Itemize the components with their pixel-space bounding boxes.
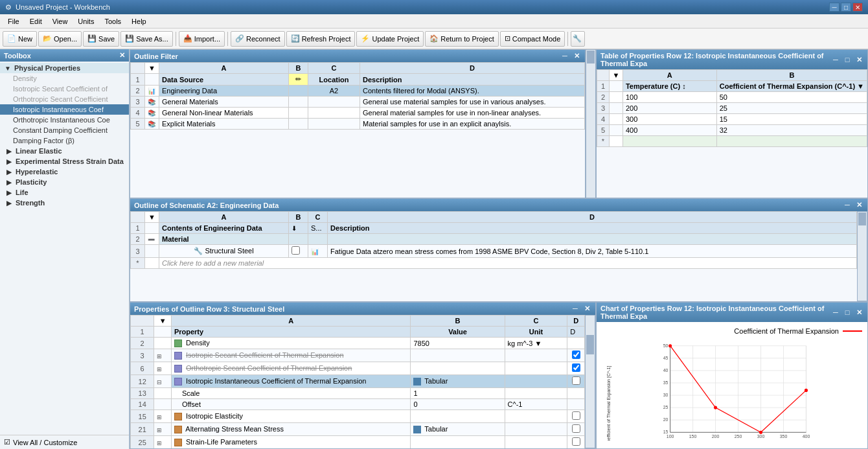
tree-orthotropic-instantaneous[interactable]: Orthotropic Instantaneous Coe [0, 115, 129, 125]
explicit-materials-cell[interactable]: Explicit Materials [159, 119, 289, 130]
iso-secant-value[interactable] [411, 349, 505, 362]
tree-density[interactable]: Density [0, 73, 129, 84]
col-arrow[interactable]: ▼ [145, 63, 159, 74]
menu-view[interactable]: View [47, 16, 73, 27]
gen-nonlinear-cell[interactable]: General Non-linear Materials [159, 108, 289, 119]
row-indicator: ⊞ [154, 362, 172, 375]
table-properties-header: Table of Properties Row 12: Isotropic In… [597, 50, 867, 69]
menu-tools[interactable]: Tools [99, 16, 126, 27]
coeff-header[interactable]: Coefficient of Thermal Expansion (C^-1) … [716, 81, 867, 92]
menu-file[interactable]: File [3, 16, 25, 27]
reconnect-button[interactable]: 🔗 Reconnect [231, 31, 285, 47]
table-properties-minimize[interactable]: ─ [831, 56, 840, 64]
temp-header[interactable]: Temperature (C) ↕ [622, 81, 716, 92]
coeff-15[interactable]: 15 [716, 114, 867, 125]
import-button[interactable]: 📥 Import... [179, 31, 225, 47]
refresh-button[interactable]: 🔄 Refresh Project [286, 31, 356, 47]
properties-close[interactable]: ✕ [582, 305, 591, 313]
engineering-data-cell[interactable]: Engineering Data [159, 86, 289, 97]
maximize-button[interactable]: □ [841, 3, 851, 12]
chart-body: Coefficient of Thermal Expansion Coeffic… [597, 322, 867, 448]
new-row-b[interactable] [716, 136, 867, 147]
properties-minimize[interactable]: ─ [571, 305, 580, 313]
coeff-32[interactable]: 32 [716, 125, 867, 136]
toolbox-close-icon[interactable]: ✕ [119, 51, 125, 60]
iso-secant-check[interactable] [572, 351, 580, 359]
strain-life-value[interactable] [411, 436, 505, 448]
save-button[interactable]: 💾 Save [83, 31, 119, 47]
close-button[interactable]: ✕ [852, 3, 863, 12]
new-button[interactable]: 📄 New [3, 31, 37, 47]
schematic-scrollbar[interactable] [857, 211, 867, 301]
prop-scrollbar-thumb[interactable] [586, 335, 594, 354]
outline-filter-close[interactable]: ✕ [572, 52, 581, 60]
outline-schematic-minimize[interactable]: ─ [843, 201, 852, 209]
outline-filter-minimize[interactable]: ─ [560, 52, 569, 60]
col-arrow[interactable]: ▼ [145, 212, 159, 223]
col-a-header[interactable]: A [159, 63, 289, 74]
menu-units[interactable]: Units [73, 16, 99, 27]
row3-check-b[interactable] [291, 246, 300, 255]
temp-100[interactable]: 100 [622, 92, 716, 103]
menu-edit[interactable]: Edit [25, 16, 47, 27]
temp-300[interactable]: 300 [622, 114, 716, 125]
offset-value[interactable]: 0 [411, 399, 505, 410]
iso-inst-value[interactable]: Tabular [411, 375, 505, 388]
toolbox-footer[interactable]: ☑ View All / Customize [0, 435, 129, 449]
coeff-50[interactable]: 50 [716, 92, 867, 103]
tree-experimental-stress[interactable]: ▶ Experimental Stress Strain Data [0, 156, 129, 167]
tree-orthotropic-secant[interactable]: Orthotropic Secant Coefficient [0, 94, 129, 104]
tree-linear-elastic[interactable]: ▶ Linear Elastic [0, 146, 129, 156]
compact-button[interactable]: ⊡ Compact Mode [500, 31, 565, 47]
chart-minimize[interactable]: ─ [831, 308, 840, 317]
alt-stress-value[interactable]: Tabular [411, 423, 505, 436]
tree-damping-factor[interactable]: Damping Factor (β) [0, 135, 129, 146]
strain-life-icon [174, 439, 182, 446]
contents-header[interactable]: Contents of Engineering Data [159, 223, 289, 234]
density-value[interactable]: 7850 [411, 338, 505, 349]
chart-close[interactable]: ✕ [854, 308, 863, 317]
alt-stress-check[interactable] [572, 424, 580, 433]
save-as-button[interactable]: 💾 Save As... [120, 31, 173, 47]
open-button[interactable]: 📂 Open... [38, 31, 82, 47]
tree-life[interactable]: ▶ Life [0, 187, 129, 198]
iso-elasticity-check[interactable] [572, 411, 580, 420]
table-properties-close[interactable]: ✕ [854, 56, 863, 64]
strain-life-check[interactable] [572, 437, 580, 446]
ortho-secant-value[interactable] [411, 362, 505, 375]
scrollbar-thumb[interactable] [587, 51, 595, 63]
strength-expand: ▶ [5, 199, 13, 207]
temp-200[interactable]: 200 [622, 103, 716, 114]
ortho-secant-check[interactable] [572, 363, 580, 372]
coeff-25[interactable]: 25 [716, 103, 867, 114]
add-material-cell[interactable]: Click here to add a new material [159, 258, 857, 269]
density-unit[interactable]: kg m^-3 ▼ [505, 338, 567, 349]
properties-scrollbar[interactable] [585, 315, 595, 448]
tree-plasticity[interactable]: ▶ Plasticity [0, 177, 129, 187]
scrollbar-thumb[interactable] [858, 213, 866, 225]
new-row-a[interactable] [622, 136, 716, 147]
table-properties-maximize[interactable]: □ [843, 56, 852, 64]
tree-isotropic-instantaneous[interactable]: Isotropic Instantaneous Coef [0, 104, 129, 115]
col-arrow[interactable]: ▼ [609, 70, 622, 81]
tree-physical-properties[interactable]: ▼ Physical Properties [0, 63, 129, 73]
outline-schematic-close[interactable]: ✕ [854, 201, 863, 209]
return-button[interactable]: 🏠 Return to Project [425, 31, 499, 47]
minimize-button[interactable]: ─ [829, 3, 839, 12]
settings-button[interactable]: 🔧 [571, 31, 585, 47]
general-materials-cell[interactable]: General Materials [159, 97, 289, 108]
tree-isotropic-secant[interactable]: Isotropic Secant Coefficient of [0, 84, 129, 94]
tree-const-damping[interactable]: Constant Damping Coefficient [0, 125, 129, 135]
chart-maximize[interactable]: □ [843, 308, 852, 317]
scale-value[interactable]: 1 [411, 388, 505, 399]
update-button[interactable]: ⚡ Update Project [356, 31, 424, 47]
tree-strength[interactable]: ▶ Strength [0, 198, 129, 208]
col-arrow[interactable]: ▼ [154, 316, 172, 327]
structural-steel-cell[interactable]: 🔧 Structural Steel [159, 245, 289, 258]
iso-inst-check[interactable] [572, 376, 580, 385]
iso-elasticity-value[interactable] [411, 410, 505, 423]
menu-help[interactable]: Help [126, 16, 152, 27]
tree-hyperelastic[interactable]: ▶ Hyperelastic [0, 167, 129, 177]
temp-400[interactable]: 400 [622, 125, 716, 136]
outline-filter-scrollbar[interactable] [586, 49, 596, 198]
